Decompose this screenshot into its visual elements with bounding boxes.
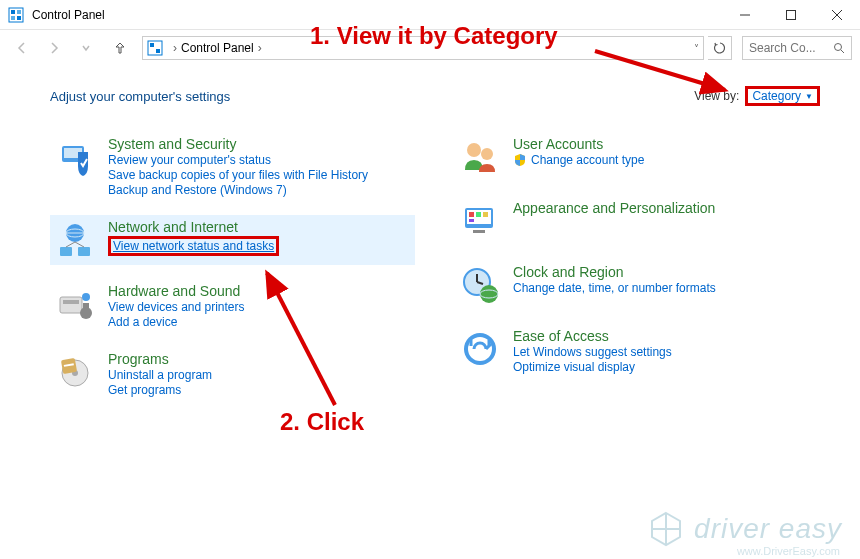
category-title-link[interactable]: Network and Internet	[108, 219, 279, 235]
category-appearance-and-personalization: Appearance and Personalization	[455, 196, 820, 246]
svg-rect-3	[11, 16, 15, 20]
svg-rect-26	[83, 303, 89, 309]
annotation-step-2: 2. Click	[280, 408, 364, 436]
svg-point-44	[480, 285, 498, 303]
page-heading: Adjust your computer's settings	[50, 89, 694, 104]
category-programs: ProgramsUninstall a programGet programs	[50, 347, 415, 401]
category-sublink[interactable]: Change account type	[531, 153, 644, 167]
titlebar: Control Panel	[0, 0, 860, 30]
category-sublink[interactable]: Optimize visual display	[513, 360, 672, 374]
category-title-link[interactable]: Hardware and Sound	[108, 283, 245, 299]
svg-rect-40	[473, 230, 485, 233]
category-sublink[interactable]: Add a device	[108, 315, 245, 329]
svg-point-32	[467, 143, 481, 157]
category-body: Ease of AccessLet Windows suggest settin…	[513, 328, 672, 374]
window-title: Control Panel	[32, 8, 722, 22]
svg-rect-36	[469, 212, 474, 217]
view-by-label: View by:	[694, 89, 739, 103]
category-body: Hardware and SoundView devices and print…	[108, 283, 245, 329]
category-network-and-internet: Network and InternetView network status …	[50, 215, 415, 265]
category-sublink[interactable]: Get programs	[108, 383, 212, 397]
category-sublink[interactable]: Review your computer's status	[108, 153, 368, 167]
hardware-and-sound-icon	[54, 283, 96, 325]
back-button[interactable]	[8, 34, 36, 62]
svg-rect-39	[469, 219, 474, 222]
control-panel-icon	[8, 7, 24, 23]
category-sublink[interactable]: View network status and tasks	[108, 236, 279, 256]
svg-rect-20	[78, 247, 90, 256]
category-sublink[interactable]: Uninstall a program	[108, 368, 212, 382]
category-sublink[interactable]: Let Windows suggest settings	[513, 345, 672, 359]
view-by-value: Category	[752, 89, 801, 103]
category-title-link[interactable]: Clock and Region	[513, 264, 716, 280]
category-sublink[interactable]: Change date, time, or number formats	[513, 281, 716, 295]
svg-point-27	[82, 293, 90, 301]
programs-icon	[54, 351, 96, 393]
search-box[interactable]	[742, 36, 852, 60]
view-by-dropdown[interactable]: Category ▼	[745, 86, 820, 106]
view-by-control: View by: Category ▼	[694, 86, 820, 106]
category-hardware-and-sound: Hardware and SoundView devices and print…	[50, 279, 415, 333]
user-accounts-icon	[459, 136, 501, 178]
category-title-link[interactable]: User Accounts	[513, 136, 644, 152]
watermark-logo-icon	[646, 509, 686, 549]
watermark-url: www.DriverEasy.com	[737, 545, 840, 557]
navbar: › Control Panel › ˅	[0, 30, 860, 66]
category-title-link[interactable]: Appearance and Personalization	[513, 200, 715, 216]
category-clock-and-region: Clock and RegionChange date, time, or nu…	[455, 260, 820, 310]
forward-button[interactable]	[40, 34, 68, 62]
ease-of-access-icon	[459, 328, 501, 370]
dropdown-caret-icon: ▼	[805, 92, 813, 101]
maximize-button[interactable]	[768, 0, 814, 30]
close-button[interactable]	[814, 0, 860, 30]
category-sublink[interactable]: View devices and printers	[108, 300, 245, 314]
minimize-button[interactable]	[722, 0, 768, 30]
svg-rect-10	[150, 43, 154, 47]
svg-rect-23	[60, 297, 82, 313]
category-title-link[interactable]: Ease of Access	[513, 328, 672, 344]
appearance-and-personalization-icon	[459, 200, 501, 242]
window-controls	[722, 0, 860, 30]
control-panel-small-icon	[147, 40, 163, 56]
clock-and-region-icon	[459, 264, 501, 306]
recent-dropdown[interactable]	[72, 34, 100, 62]
svg-point-12	[835, 44, 842, 51]
category-title-link[interactable]: Programs	[108, 351, 212, 367]
right-column: User AccountsChange account typeAppearan…	[455, 132, 820, 401]
address-bar[interactable]: › Control Panel › ˅	[142, 36, 704, 60]
system-and-security-icon	[54, 136, 96, 178]
svg-rect-1	[11, 10, 15, 14]
svg-rect-4	[17, 16, 21, 20]
address-dropdown-icon[interactable]: ˅	[694, 43, 699, 54]
category-sublink[interactable]: Save backup copies of your files with Fi…	[108, 168, 368, 182]
content-area: Adjust your computer's settings View by:…	[0, 66, 860, 401]
chevron-right-icon: ›	[258, 41, 262, 55]
category-title-link[interactable]: System and Security	[108, 136, 368, 152]
category-user-accounts: User AccountsChange account type	[455, 132, 820, 182]
network-and-internet-icon	[54, 219, 96, 261]
refresh-button[interactable]	[708, 36, 732, 60]
category-body: Network and InternetView network status …	[108, 219, 279, 256]
category-body: ProgramsUninstall a programGet programs	[108, 351, 212, 397]
svg-rect-2	[17, 10, 21, 14]
category-body: User AccountsChange account type	[513, 136, 644, 167]
category-sublink[interactable]: Backup and Restore (Windows 7)	[108, 183, 368, 197]
svg-rect-19	[60, 247, 72, 256]
svg-line-13	[841, 50, 844, 53]
category-body: Clock and RegionChange date, time, or nu…	[513, 264, 716, 295]
svg-point-33	[481, 148, 493, 160]
svg-line-21	[66, 242, 75, 247]
up-button[interactable]	[108, 36, 132, 60]
category-system-and-security: System and SecurityReview your computer'…	[50, 132, 415, 201]
category-ease-of-access: Ease of AccessLet Windows suggest settin…	[455, 324, 820, 378]
svg-line-22	[75, 242, 84, 247]
chevron-right-icon: ›	[173, 41, 177, 55]
search-input[interactable]	[749, 41, 829, 55]
svg-rect-6	[787, 10, 796, 19]
search-icon	[833, 42, 845, 54]
left-column: System and SecurityReview your computer'…	[50, 132, 415, 401]
shield-badge: Change account type	[513, 153, 644, 167]
category-body: System and SecurityReview your computer'…	[108, 136, 368, 197]
breadcrumb[interactable]: Control Panel	[181, 41, 254, 55]
watermark: driver easy	[646, 509, 842, 549]
